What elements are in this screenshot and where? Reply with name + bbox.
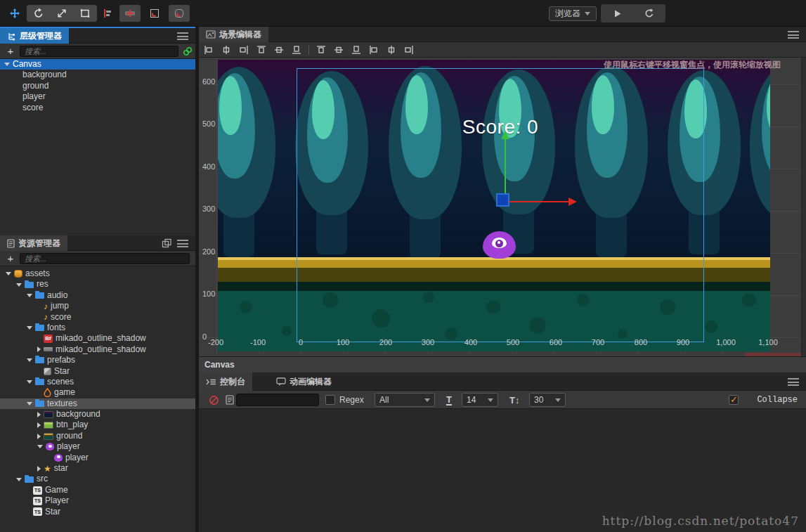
tree-row-score[interactable]: ♪score <box>0 312 195 323</box>
tab-assets[interactable]: 资源管理器 <box>0 235 67 251</box>
caret-right-icon[interactable] <box>37 434 41 439</box>
rotate-tool-button[interactable] <box>27 5 50 22</box>
tree-row-label: btn_play <box>56 420 88 430</box>
caret-down-icon[interactable] <box>16 283 22 287</box>
distribute-horizontal-icon[interactable] <box>386 44 397 56</box>
clear-console-button[interactable] <box>209 391 219 409</box>
tab-console[interactable]: 控制台 <box>199 372 252 391</box>
tree-row-Game[interactable]: TSGame <box>0 485 195 495</box>
tree-row-fonts[interactable]: fonts <box>0 323 195 333</box>
caret-down-icon[interactable] <box>37 445 43 448</box>
tree-row-ground[interactable]: ground <box>0 431 195 441</box>
tab-scene-editor[interactable]: 场景编辑器 <box>199 27 268 42</box>
score-label[interactable]: Score: 0 <box>423 116 578 138</box>
tree-row-star[interactable]: ★star <box>0 463 195 474</box>
gizmo-origin-handle[interactable] <box>496 193 509 207</box>
tree-row-mikado_outline_shadow[interactable]: mikado_outline_shadow <box>0 344 195 355</box>
caret-down-icon[interactable] <box>27 358 32 362</box>
tree-row-score[interactable]: score <box>0 103 195 113</box>
gizmo-x-axis-arrow[interactable] <box>509 201 569 202</box>
tree-row-background[interactable]: background <box>0 409 195 420</box>
caret-right-icon[interactable] <box>37 346 41 352</box>
tree-row-res[interactable]: res <box>0 279 195 290</box>
tree-row-game[interactable]: game <box>0 387 195 398</box>
console-filter-input[interactable] <box>236 394 319 406</box>
anchor-corner-round-button[interactable] <box>169 5 190 22</box>
hierarchy-add-button[interactable]: + <box>4 45 17 58</box>
tree-row-mikado_outline_shadow[interactable]: Bfmikado_outline_shadow <box>0 333 195 344</box>
anchor-corner-button[interactable] <box>146 5 163 22</box>
scene-viewport[interactable]: Score: 0 使用鼠标右键平移视窗焦点，使用滚轮缩放视图 600500400… <box>199 58 806 356</box>
align-right-icon[interactable] <box>238 44 249 56</box>
collapse-checkbox[interactable] <box>729 395 739 405</box>
tree-row-player[interactable]: player <box>0 453 195 463</box>
refresh-button[interactable] <box>633 5 665 22</box>
caret-down-icon[interactable] <box>27 294 32 297</box>
tree-row-ground[interactable]: ground <box>0 81 195 91</box>
move-tool-button[interactable] <box>6 5 24 22</box>
gizmo-y-axis-arrow[interactable] <box>505 138 506 196</box>
hierarchy-menu-icon[interactable] <box>177 32 188 40</box>
tree-row-Star[interactable]: TSStar <box>0 507 195 517</box>
distribute-bottom-icon[interactable] <box>351 44 362 56</box>
line-height-dropdown[interactable]: 30 <box>529 393 566 407</box>
scene-panel: 场景编辑器 Score: 0 使用鼠标右键平移视窗焦点，使用滚轮缩放 <box>199 27 806 372</box>
tree-row-jump[interactable]: ♪jump <box>0 301 195 311</box>
popout-icon[interactable] <box>162 238 171 248</box>
open-log-file-button[interactable] <box>226 391 234 409</box>
tree-row-player[interactable]: player <box>0 91 195 102</box>
align-center-vertical-icon[interactable] <box>221 44 232 56</box>
align-bottom-icon[interactable] <box>291 44 302 56</box>
scene-menu-icon[interactable] <box>788 31 799 39</box>
tree-row-btn_play[interactable]: btn_play <box>0 420 195 430</box>
distribute-top-icon[interactable] <box>316 44 327 56</box>
tree-row-textures[interactable]: textures <box>0 398 195 409</box>
caret-right-icon[interactable] <box>37 412 41 417</box>
tree-row-audio[interactable]: audio <box>0 290 195 301</box>
tree-row-prefabs[interactable]: prefabs <box>0 355 195 365</box>
tree-row-Star[interactable]: Star <box>0 366 195 377</box>
assets-menu-icon[interactable] <box>177 240 188 247</box>
caret-down-icon[interactable] <box>27 380 32 384</box>
tree-row-player[interactable]: player <box>0 441 195 452</box>
scene-vertical-scrollbar[interactable] <box>801 58 806 356</box>
scale-tool-button[interactable] <box>50 5 73 22</box>
hierarchy-search-input[interactable] <box>20 46 178 57</box>
link-icon[interactable] <box>183 46 193 56</box>
align-top-icon[interactable] <box>256 44 267 56</box>
tree-row-src[interactable]: src <box>0 474 195 484</box>
regex-checkbox-box[interactable] <box>325 395 335 405</box>
distribute-right-icon[interactable] <box>403 44 415 56</box>
assets-add-button[interactable]: + <box>4 252 17 265</box>
position-snap-button[interactable] <box>98 5 115 22</box>
console-log-area[interactable]: http://blog.csdn.net/potato47 <box>199 409 806 532</box>
caret-right-icon[interactable] <box>37 422 41 428</box>
caret-down-icon[interactable] <box>27 402 32 406</box>
distribute-vertical-icon[interactable] <box>333 44 344 56</box>
caret-down-icon[interactable] <box>27 326 32 330</box>
caret-down-icon[interactable] <box>4 63 10 66</box>
tab-hierarchy[interactable]: 层级管理器 <box>0 28 69 44</box>
rect-tool-button[interactable] <box>73 5 96 22</box>
assets-search-input[interactable] <box>20 253 190 264</box>
align-left-icon[interactable] <box>203 44 214 56</box>
tree-row-background[interactable]: background <box>0 70 195 80</box>
tree-row-scenes[interactable]: scenes <box>0 377 195 387</box>
caret-right-icon[interactable] <box>37 466 41 472</box>
distribute-left-icon[interactable] <box>368 44 379 56</box>
player-sprite[interactable] <box>483 231 516 259</box>
tree-row-Canvas[interactable]: Canvas <box>0 59 195 70</box>
font-size-dropdown[interactable]: 14 <box>462 393 498 407</box>
preview-target-dropdown[interactable]: 浏览器 <box>549 6 597 21</box>
align-middle-icon[interactable] <box>273 44 285 56</box>
play-button[interactable] <box>601 5 633 22</box>
add-anchor-button[interactable] <box>119 5 141 22</box>
console-menu-icon[interactable] <box>788 378 799 386</box>
tree-row-assets[interactable]: assets <box>0 268 195 279</box>
caret-down-icon[interactable] <box>16 478 22 481</box>
log-type-dropdown[interactable]: All <box>375 393 435 407</box>
caret-down-icon[interactable] <box>6 272 11 275</box>
tab-animation-editor[interactable]: 动画编辑器 <box>269 372 339 391</box>
regex-checkbox[interactable]: Regex <box>325 391 364 409</box>
tree-row-Player[interactable]: TSPlayer <box>0 495 195 506</box>
